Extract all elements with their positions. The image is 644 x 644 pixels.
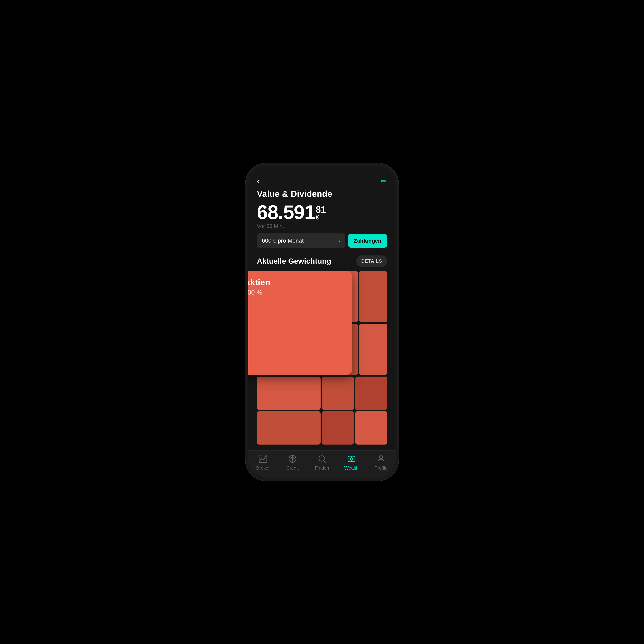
svg-point-12	[379, 456, 382, 459]
amount-decimal: 81 €	[316, 205, 326, 221]
nav-label-profile: Profile	[374, 465, 388, 471]
treemap-container: Aktien 100 %	[248, 271, 396, 450]
zahlungen-button[interactable]: Zahlungen	[348, 234, 387, 248]
app-screen: ‹ ✏ Value & Dividende 68.591 81 € Vor 33…	[248, 166, 396, 478]
phone-frame: ‹ ✏ Value & Dividende 68.591 81 € Vor 33…	[245, 163, 399, 481]
amount-main: 68.591	[257, 202, 315, 222]
treemap-bottom-2	[322, 377, 354, 410]
svg-point-9	[350, 458, 353, 460]
treemap-label: Aktien	[248, 277, 346, 287]
treemap-bottom-3	[355, 377, 387, 410]
svg-line-7	[324, 461, 326, 462]
nav-label-finden: Finden	[315, 465, 329, 471]
section-title: Aktuelle Gewichtung	[257, 257, 331, 265]
portfolio-title-section: Value & Dividende	[248, 189, 396, 201]
portfolio-title: Value & Dividende	[257, 189, 387, 199]
nav-label-wealth: Wealth	[344, 465, 359, 471]
header: ‹ ✏	[248, 166, 396, 189]
treemap-bottom-grid	[257, 377, 387, 445]
nav-item-credit[interactable]: Credit	[282, 454, 303, 471]
amount-section: 68.591 81 €	[248, 201, 396, 223]
treemap-main-block: Aktien 100 %	[248, 271, 352, 375]
nav-item-wealth[interactable]: Wealth	[341, 454, 362, 471]
nav-item-finden[interactable]: Finden	[311, 454, 333, 471]
payment-selector[interactable]: 600 € pro Monat ›	[257, 233, 345, 248]
treemap-percent: 100 %	[248, 289, 346, 296]
payment-selector-text: 600 € pro Monat	[262, 237, 304, 244]
svg-rect-0	[259, 455, 267, 463]
payment-row: 600 € pro Monat › Zahlungen	[248, 233, 396, 254]
treemap-block-4	[359, 324, 387, 375]
treemap-bottom-4	[257, 411, 321, 445]
nav-item-broker[interactable]: Broker	[252, 454, 274, 471]
nav-label-credit: Credit	[286, 465, 299, 471]
edit-button[interactable]: ✏	[381, 177, 387, 185]
nav-label-broker: Broker	[256, 465, 270, 471]
treemap-bottom-1	[257, 377, 321, 410]
details-button[interactable]: DETAILS	[356, 255, 387, 267]
nav-item-profile[interactable]: Profile	[370, 454, 392, 471]
search-icon	[317, 454, 327, 464]
phone-screen: ‹ ✏ Value & Dividende 68.591 81 € Vor 33…	[248, 166, 396, 478]
section-header: Aktuelle Gewichtung DETAILS	[248, 254, 396, 271]
treemap-block-2	[359, 271, 387, 322]
broker-icon	[258, 454, 268, 464]
chevron-right-icon: ›	[338, 238, 340, 244]
timestamp: Vor 33 Min.	[248, 223, 396, 233]
wealth-icon	[347, 454, 356, 464]
credit-icon	[288, 454, 297, 464]
profile-icon	[376, 454, 386, 464]
treemap-bottom-6	[355, 411, 387, 445]
bottom-nav: Broker Credit	[248, 450, 396, 478]
back-button[interactable]: ‹	[257, 177, 260, 185]
treemap-bottom-5	[322, 411, 354, 445]
